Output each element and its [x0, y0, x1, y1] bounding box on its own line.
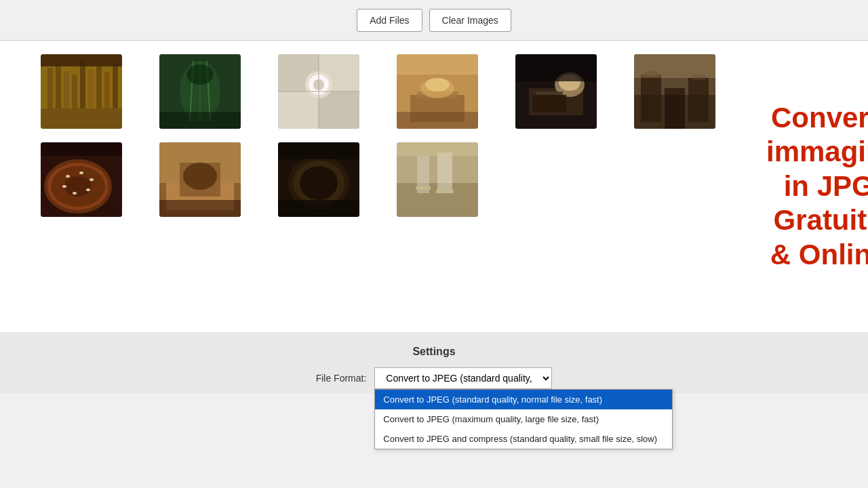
- svg-rect-8: [96, 66, 102, 108]
- svg-rect-74: [278, 200, 359, 217]
- promo-text: Converti immagini in JPG Gratuito & Onli…: [766, 101, 868, 272]
- svg-rect-11: [41, 54, 122, 66]
- svg-rect-4: [41, 108, 122, 129]
- svg-rect-50: [665, 88, 685, 129]
- svg-rect-18: [159, 112, 241, 129]
- svg-rect-6: [80, 61, 85, 108]
- images-section: [41, 54, 753, 319]
- promo-section: Converti immagini in JPG Gratuito & Onli…: [753, 54, 868, 319]
- svg-point-67: [183, 163, 217, 190]
- thumbnail-2[interactable]: [159, 54, 241, 129]
- thumbnail-10[interactable]: [397, 142, 478, 217]
- svg-rect-45: [641, 75, 661, 122]
- dropdown-option-2[interactable]: Convert to JPEG (maximum quality, large …: [375, 409, 672, 429]
- format-select[interactable]: Convert to JPEG (standard quality,: [374, 367, 552, 389]
- image-row-2: [41, 142, 753, 217]
- svg-rect-80: [436, 190, 454, 193]
- svg-point-58: [90, 178, 94, 181]
- svg-point-61: [73, 192, 77, 195]
- settings-area: Settings File Format: Convert to JPEG (s…: [0, 332, 868, 393]
- thumbnail-7[interactable]: [41, 142, 122, 217]
- file-format-label: File Format:: [316, 373, 367, 384]
- add-files-button[interactable]: Add Files: [357, 9, 422, 32]
- svg-rect-5: [72, 75, 77, 108]
- svg-rect-34: [397, 54, 478, 75]
- svg-rect-78: [416, 186, 431, 190]
- svg-rect-41: [532, 95, 566, 112]
- form-row-file-format: File Format: Convert to JPEG (standard q…: [316, 367, 553, 389]
- svg-rect-3: [64, 71, 69, 108]
- svg-point-33: [425, 78, 450, 92]
- svg-rect-7: [88, 69, 94, 108]
- svg-rect-2: [56, 64, 61, 108]
- svg-rect-49: [634, 54, 715, 78]
- svg-point-72: [300, 166, 338, 200]
- svg-rect-62: [41, 142, 122, 156]
- thumbnail-3[interactable]: [278, 54, 359, 129]
- svg-point-17: [186, 64, 214, 85]
- svg-rect-68: [159, 200, 241, 217]
- main-area: Converti immagini in JPG Gratuito & Onli…: [0, 41, 868, 332]
- promo-line2: Gratuito & Online: [766, 203, 868, 272]
- thumbnail-8[interactable]: [159, 142, 241, 217]
- svg-point-60: [86, 188, 90, 191]
- svg-rect-79: [437, 152, 452, 193]
- svg-point-57: [79, 171, 83, 174]
- svg-rect-81: [397, 142, 478, 156]
- select-wrapper: Convert to JPEG (standard quality, Conve…: [374, 367, 552, 389]
- thumbnail-6[interactable]: [634, 54, 715, 129]
- promo-line1: Converti immagini in JPG: [766, 101, 868, 203]
- svg-point-56: [66, 175, 70, 178]
- dropdown-option-1[interactable]: Convert to JPEG (standard quality, norma…: [375, 390, 672, 409]
- svg-rect-9: [104, 72, 110, 108]
- image-row-1: [41, 54, 753, 129]
- top-bar: Add Files Clear Images: [0, 0, 868, 41]
- svg-rect-22: [278, 92, 319, 129]
- clear-images-button[interactable]: Clear Images: [429, 9, 511, 32]
- settings-title: Settings: [412, 346, 455, 358]
- thumbnail-1[interactable]: [41, 54, 122, 129]
- svg-rect-35: [397, 112, 478, 129]
- svg-point-59: [62, 185, 66, 188]
- svg-rect-42: [515, 54, 597, 81]
- svg-rect-23: [319, 92, 359, 129]
- dropdown-options: Convert to JPEG (standard quality, norma…: [374, 389, 673, 449]
- thumbnail-5[interactable]: [515, 54, 597, 129]
- thumbnail-9[interactable]: [278, 142, 359, 217]
- svg-rect-10: [113, 64, 118, 108]
- svg-rect-1: [47, 68, 53, 108]
- svg-rect-73: [278, 142, 359, 159]
- thumbnail-4[interactable]: [397, 54, 478, 129]
- svg-rect-47: [688, 78, 709, 122]
- svg-rect-40: [536, 92, 563, 95]
- svg-point-55: [64, 176, 92, 197]
- dropdown-option-3[interactable]: Convert to JPEG and compress (standard q…: [375, 429, 672, 449]
